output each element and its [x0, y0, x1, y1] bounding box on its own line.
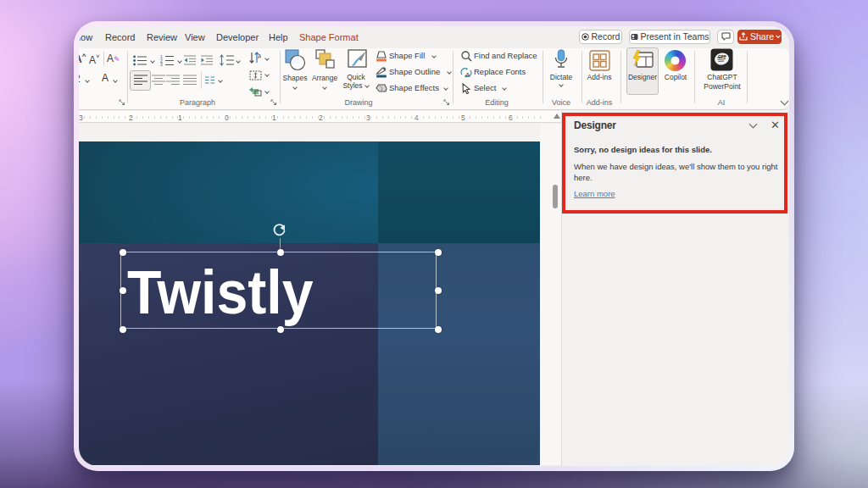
svg-text:GPT: GPT [718, 55, 726, 59]
svg-text:A: A [465, 71, 470, 78]
svg-text:A: A [258, 53, 261, 59]
svg-text:3: 3 [160, 62, 163, 66]
